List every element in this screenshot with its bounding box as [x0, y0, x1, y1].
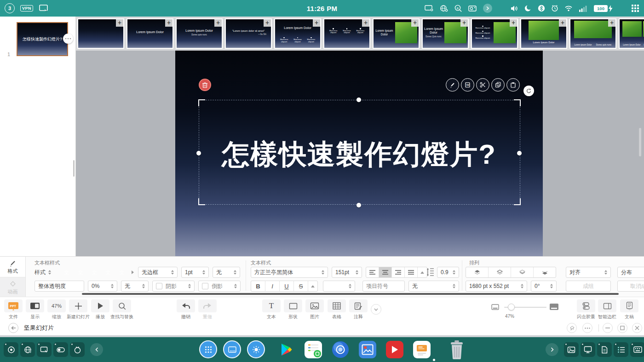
volume-icon[interactable]	[511, 5, 518, 12]
add-template-icon[interactable]: +	[116, 19, 123, 27]
collapse-left-icon[interactable]	[90, 343, 103, 356]
add-template-icon[interactable]: +	[608, 19, 615, 27]
back-button[interactable]	[8, 323, 18, 333]
screen-record-icon[interactable]	[4, 342, 18, 357]
underline-button[interactable]: U	[280, 281, 294, 291]
add-template-icon[interactable]: +	[411, 19, 419, 27]
slide-panel-scrollbar[interactable]	[73, 160, 75, 177]
zoom-out-icon[interactable]	[491, 304, 499, 310]
zoom-slider-handle[interactable]	[508, 304, 515, 310]
more-swatches-icon[interactable]	[132, 270, 134, 274]
align-right-button[interactable]	[392, 267, 405, 277]
delete-button[interactable]	[199, 79, 211, 91]
italic-button[interactable]: I	[265, 281, 280, 291]
template-thumbnail[interactable]: + Lorem Ipsum Dolor	[373, 18, 420, 49]
template-thumbnail[interactable]: + Lorem Ipsum Dolor Lorem Ipsum Dolor	[619, 18, 644, 49]
night-mode-icon[interactable]	[524, 5, 532, 12]
size-select[interactable]: 1680 pt x 552 pt	[466, 281, 527, 292]
slide-canvas[interactable]: 怎樣快速製作幻燈片? W	[175, 51, 543, 256]
more-format-button[interactable]	[308, 281, 317, 291]
display-settings-icon[interactable]	[425, 5, 434, 12]
zoom-in-icon[interactable]	[549, 303, 559, 310]
reflection-checkbox[interactable]	[202, 283, 208, 289]
add-template-icon[interactable]: +	[214, 19, 222, 27]
cut-button[interactable]	[476, 78, 489, 92]
tab-animation[interactable]: 动画	[0, 277, 25, 297]
border-width-select[interactable]: 1pt	[181, 267, 209, 278]
document-icon[interactable]	[597, 342, 612, 357]
align-left-button[interactable]	[366, 267, 379, 277]
format-painter-button[interactable]: W	[461, 78, 474, 92]
align-center-button[interactable]	[379, 267, 392, 277]
align-objects-select[interactable]: 对齐	[566, 267, 611, 278]
minimize-icon[interactable]	[603, 323, 613, 333]
play-store-app[interactable]	[277, 341, 295, 358]
close-icon[interactable]	[632, 323, 642, 333]
network-globe-icon[interactable]	[440, 5, 448, 12]
expand-right-icon[interactable]	[546, 343, 558, 356]
textbox-style-swatch[interactable]: 文	[89, 267, 100, 278]
font-size-select[interactable]: 151pt	[332, 267, 362, 278]
textbox-style-swatch[interactable]: 文	[116, 267, 127, 278]
ungroup-button[interactable]: 取消成组	[617, 281, 644, 292]
edit-button[interactable]	[446, 78, 459, 92]
align-justify-button[interactable]	[405, 267, 418, 277]
border-style-select[interactable]: 无边框	[138, 267, 178, 278]
opacity-select[interactable]: 0%	[88, 281, 117, 292]
template-thumbnail[interactable]: + Maecenas aliquamMaecenas aliquamMaecen…	[471, 18, 518, 49]
shadow-toggle[interactable]: 阴影	[152, 281, 195, 292]
template-thumbnail[interactable]: + Lorem Ipsum Dolor Maecenas aliquamMaec…	[274, 18, 321, 49]
template-thumbnail[interactable]: + Lorem Ipsum Dolor Donec quis nunc	[176, 18, 223, 49]
send-to-back-button[interactable]	[534, 267, 556, 277]
add-template-icon[interactable]: +	[313, 19, 320, 27]
more-align-button[interactable]	[418, 267, 427, 277]
reflection-toggle[interactable]: 倒影	[198, 281, 241, 292]
add-template-icon[interactable]: +	[362, 19, 369, 27]
template-thumbnail[interactable]: + Lorem Ipsum Dolor	[126, 18, 173, 49]
screenshot-app[interactable]	[359, 341, 376, 358]
slide-thumbnail[interactable]: 怎樣快速製作幻燈片?	[17, 22, 68, 56]
task-list-icon[interactable]	[614, 342, 628, 357]
send-backward-button[interactable]	[511, 267, 534, 277]
alarm-icon[interactable]	[551, 5, 558, 12]
search-icon[interactable]: a	[454, 5, 462, 12]
trash-can[interactable]	[448, 341, 466, 358]
textbox-style-swatch[interactable]: 文	[103, 267, 114, 278]
resize-handle-right[interactable]	[517, 151, 522, 155]
add-template-icon[interactable]: +	[264, 19, 271, 27]
template-thumbnail[interactable]: + Lorem Ipsum Dolor	[520, 18, 567, 49]
template-thumbnail[interactable]: + "Lorem ipsum dolor sit amet" —Su Shi	[225, 18, 272, 49]
tab-format[interactable]: 格式	[0, 257, 25, 277]
template-thumbnail[interactable]: + Lorem Ipsum Dolor Donec Quis nunc	[422, 18, 469, 49]
resize-handle-bottom[interactable]	[356, 203, 361, 207]
keyboard-icon[interactable]	[630, 342, 644, 357]
template-thumbnail[interactable]: + Lorem ipsum Dolor Donec quis nunc	[569, 18, 616, 49]
textbox-style-swatch[interactable]: 文	[61, 267, 72, 278]
add-template-icon[interactable]: +	[165, 19, 172, 27]
rotate-handle[interactable]	[523, 86, 534, 96]
line-spacing-select[interactable]: 0.9	[437, 267, 459, 278]
rotation-select[interactable]: 0°	[531, 281, 557, 292]
more-tools-chevron[interactable]	[371, 304, 381, 315]
monitor-icon[interactable]	[581, 342, 595, 357]
bold-button[interactable]: B	[251, 281, 265, 291]
maximize-icon[interactable]	[617, 323, 627, 333]
window-more-icon[interactable]	[582, 323, 592, 333]
find-replace-button[interactable]: 查找与替换	[109, 299, 135, 320]
annotation-button[interactable]: 注释	[345, 299, 371, 320]
bring-to-front-button[interactable]	[466, 267, 489, 277]
format-panel-scrollbar[interactable]	[82, 293, 619, 295]
strikethrough-button[interactable]: S	[294, 281, 308, 291]
add-template-icon[interactable]: +	[460, 19, 468, 27]
copy-button[interactable]	[491, 78, 505, 92]
pin-icon[interactable]	[567, 323, 577, 333]
wifi-icon[interactable]	[564, 5, 573, 11]
selection-box[interactable]	[199, 100, 520, 205]
desktop-button[interactable]	[223, 340, 241, 358]
font-family-select[interactable]: 方正兰亭黑简体	[251, 267, 328, 278]
globe-settings-icon[interactable]	[20, 342, 35, 357]
camera-icon[interactable]	[468, 5, 477, 12]
add-template-icon[interactable]: +	[559, 19, 566, 27]
toggle-icon[interactable]	[53, 342, 68, 357]
app-grid-icon[interactable]	[631, 4, 639, 12]
